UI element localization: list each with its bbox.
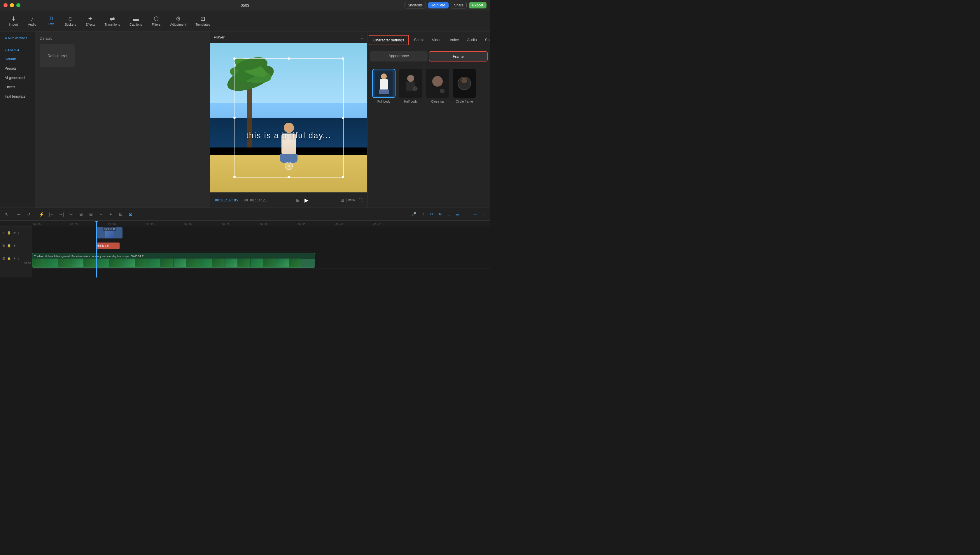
- zoom-out-button[interactable]: +: [480, 210, 488, 218]
- remove-button[interactable]: ⊟: [77, 210, 85, 218]
- handle-left-mid[interactable]: [233, 117, 236, 119]
- track-text-eye[interactable]: 👁: [13, 244, 16, 247]
- char-frame-full-body[interactable]: Full body: [372, 69, 395, 103]
- lock-button[interactable]: ⊠: [126, 210, 135, 218]
- tab-audio[interactable]: Audio: [463, 32, 481, 49]
- video-clip[interactable]: Thailand 4k beach background. Paradise n…: [32, 253, 315, 268]
- detach-audio-button[interactable]: ⊟: [427, 210, 435, 218]
- selection-overlay[interactable]: [234, 58, 344, 178]
- shortcuts-button[interactable]: Shortcuts: [405, 2, 426, 8]
- toolbar-effects[interactable]: ✦ Effects: [81, 14, 99, 28]
- join-pro-button[interactable]: Join Pro: [428, 2, 448, 8]
- sticker-clip[interactable]: Applied D: [96, 227, 122, 239]
- handle-bottom-left[interactable]: [233, 176, 236, 178]
- fullscreen-icon[interactable]: ⛶: [358, 198, 363, 202]
- video-frame-10: [148, 258, 161, 267]
- sidebar-item-presets[interactable]: Presets: [1, 64, 34, 73]
- tab-speed[interactable]: Sp...: [481, 32, 490, 49]
- share-button[interactable]: Share: [451, 2, 467, 8]
- toolbar-templates[interactable]: ⊡ Templates: [191, 14, 214, 28]
- select-tool-button[interactable]: ↖: [2, 210, 11, 218]
- add-track-button[interactable]: ⊞: [87, 210, 95, 218]
- mic-button[interactable]: 🎤: [410, 210, 418, 218]
- handle-bottom-mid[interactable]: [288, 176, 290, 178]
- detach-video-button[interactable]: ⊡: [419, 210, 426, 218]
- export-button[interactable]: Export: [469, 2, 487, 8]
- svg-rect-8: [380, 79, 388, 90]
- toolbar-import[interactable]: ⬇ Import: [5, 14, 22, 28]
- player-menu-icon[interactable]: ☰: [360, 35, 364, 39]
- minimize-button[interactable]: [10, 3, 14, 7]
- mute-button[interactable]: ○: [463, 210, 470, 218]
- center-target-icon[interactable]: ⊕: [285, 162, 293, 170]
- track-video-audio[interactable]: ♪: [18, 257, 19, 260]
- maximize-button[interactable]: [16, 3, 21, 7]
- toolbar-captions[interactable]: ▬ Captions: [125, 14, 146, 28]
- toolbar-filters[interactable]: ⬡ Filters: [147, 14, 165, 28]
- tab-character-settings[interactable]: Character settings: [369, 35, 409, 45]
- caption-button[interactable]: ▬: [454, 210, 461, 218]
- char-frame-full-body-img[interactable]: [372, 69, 395, 98]
- shape-button[interactable]: △: [96, 210, 105, 218]
- trim-right-button[interactable]: →|: [57, 210, 66, 218]
- toolbar-stickers[interactable]: ☺ Stickers: [61, 14, 80, 28]
- handle-top-mid[interactable]: [288, 58, 290, 60]
- subtab-frame[interactable]: Frame: [429, 51, 488, 61]
- track-sticker-audio[interactable]: ♪: [18, 231, 19, 235]
- sticker-clip-label: Applied D: [103, 227, 116, 231]
- sidebar-item-ai-generated[interactable]: AI generated: [1, 74, 34, 82]
- char-frame-circle-frame-img[interactable]: [453, 69, 476, 98]
- text-clip[interactable]: this is a bi: [96, 242, 120, 249]
- char-frame-half-body[interactable]: Half body: [399, 69, 423, 103]
- close-button[interactable]: [3, 3, 8, 7]
- track-video-eye[interactable]: 👁: [13, 257, 16, 260]
- tab-voice[interactable]: Voice: [446, 32, 463, 49]
- merge-button[interactable]: ⊠: [436, 210, 444, 218]
- effect-button[interactable]: ✦: [106, 210, 115, 218]
- toolbar-text[interactable]: TI Text: [42, 14, 59, 27]
- grid-view-icon[interactable]: ⊞: [296, 198, 300, 202]
- split-button[interactable]: ⚡: [37, 210, 46, 218]
- default-text-card[interactable]: Default text: [40, 44, 75, 67]
- char-frame-circle-frame[interactable]: Circle frame: [453, 69, 476, 103]
- timeline-ruler-area[interactable]: 00:00 00:05 00:10 00:15 00:20 00:25 00:3…: [32, 221, 490, 278]
- sidebar-item-auto-captions[interactable]: ◈ Auto captions: [1, 34, 34, 42]
- split-track-button[interactable]: ⬚: [445, 210, 453, 218]
- undo-button[interactable]: ↩: [14, 210, 23, 218]
- sidebar-item-effects[interactable]: Effects: [1, 83, 34, 91]
- timeline-playhead[interactable]: [96, 221, 97, 278]
- subtab-appearance[interactable]: Appearance: [370, 51, 427, 61]
- ruler-mark-35: 00:35: [297, 223, 305, 226]
- sidebar-item-default[interactable]: Default: [1, 55, 34, 64]
- handle-top-left[interactable]: [233, 58, 236, 60]
- sticker-clip-thumb: [105, 231, 114, 239]
- grid-button[interactable]: ⊡: [116, 210, 125, 218]
- toolbar-audio[interactable]: ♪ Audio: [23, 14, 41, 28]
- trim-left-button[interactable]: |←: [47, 210, 56, 218]
- toolbar-adjustment[interactable]: ⚙ Adjustment: [166, 14, 190, 28]
- sidebar-item-text-template[interactable]: Text template: [1, 92, 34, 101]
- toolbar-transitions[interactable]: ⇌ Transitions: [101, 14, 124, 28]
- redo-button[interactable]: ↺: [24, 210, 33, 218]
- delete-button[interactable]: ✂: [67, 210, 76, 218]
- video-frame-12: [174, 258, 186, 267]
- track-text-lock[interactable]: 🔒: [7, 244, 11, 247]
- video-frame-8: [122, 258, 135, 267]
- right-panel: Character settings Script Video Voice Au…: [368, 32, 490, 207]
- track-label-text: TI 🔒 👁: [0, 239, 32, 252]
- track-sticker-eye[interactable]: 👁: [13, 231, 16, 235]
- play-button[interactable]: ▶: [302, 196, 311, 205]
- track-video-lock[interactable]: 🔒: [7, 257, 11, 260]
- char-frame-half-body-img[interactable]: [399, 69, 423, 98]
- track-sticker-lock[interactable]: 🔒: [7, 231, 11, 235]
- half-body-figure: [402, 71, 419, 96]
- volume-button[interactable]: —: [471, 210, 479, 218]
- char-frame-close-up[interactable]: Close-up: [426, 69, 449, 103]
- sidebar-item-add-text[interactable]: + Add text: [1, 46, 34, 54]
- char-frame-close-up-img[interactable]: [426, 69, 449, 98]
- tab-video[interactable]: Video: [428, 32, 446, 49]
- crop-icon[interactable]: ⊡: [341, 198, 344, 202]
- tab-script[interactable]: Script: [410, 32, 428, 49]
- sidebar-divider-1: [2, 44, 32, 44]
- ratio-button[interactable]: Ratio: [347, 198, 356, 202]
